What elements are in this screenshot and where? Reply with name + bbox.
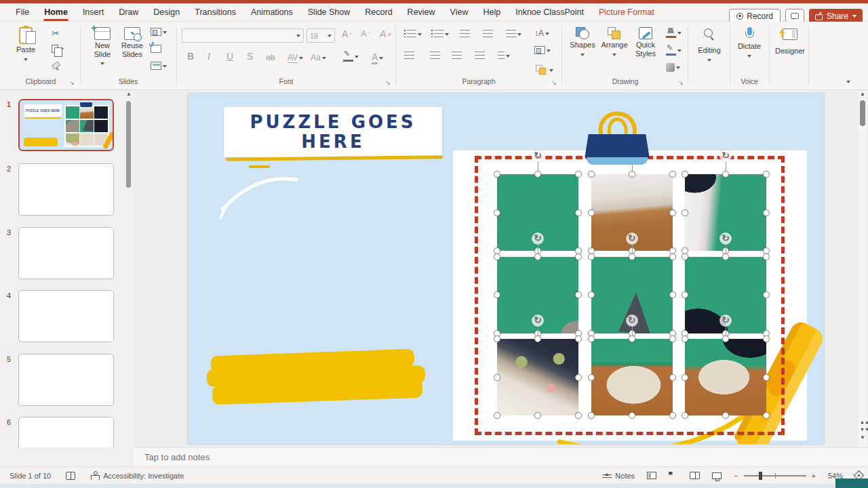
selection-handle[interactable] [682,171,688,178]
title-placeholder[interactable]: PUZZLE GOES HERE [224,107,442,157]
selection-handle[interactable] [669,253,676,260]
selection-handle[interactable] [575,412,582,419]
zoom-slider-handle[interactable] [759,472,762,480]
puzzle-tile-7[interactable]: ↻ [497,339,578,415]
selection-handle[interactable] [575,291,582,298]
selection-handle[interactable] [682,412,688,419]
selection-handle[interactable] [575,374,582,381]
selection-handle[interactable] [575,253,582,260]
selection-handle[interactable] [763,336,770,342]
scroll-up-icon[interactable]: ▲ [860,92,865,97]
slide-thumbnail-3[interactable] [18,227,114,279]
slide-canvas[interactable]: PUZZLE GOES HERE ↻↻↻↻↻↻↻↻↻ [188,94,824,444]
notes-pane[interactable]: Tap to add notes [134,447,868,466]
selection-handle[interactable] [494,171,500,178]
selection-handle[interactable] [763,291,770,298]
ribbon-tab-picture-format[interactable]: Picture Format [591,3,662,22]
selection-handle[interactable] [588,209,595,216]
record-button[interactable]: Record [729,9,781,23]
panel-scrollbar[interactable]: ▲ [125,92,132,446]
selection-handle[interactable] [669,374,676,381]
next-slide-button[interactable]: ▼▼ [860,428,868,431]
selection-handle[interactable] [763,374,770,381]
previous-slide-button[interactable]: ▲▲ [860,420,868,424]
selection-handle[interactable] [629,171,635,178]
slideshow-view-button[interactable] [712,472,722,479]
selection-handle[interactable] [494,209,500,216]
selection-handle[interactable] [534,412,541,419]
ribbon-tab-help[interactable]: Help [475,3,508,22]
selection-handle[interactable] [722,171,729,178]
ribbon-tab-home[interactable]: Home [37,3,75,22]
selection-handle[interactable] [588,336,595,342]
selection-handle[interactable] [669,412,676,419]
reading-view-button[interactable] [690,472,700,479]
accessibility-status[interactable]: Accessibility: Investigate [90,471,184,480]
selection-handle[interactable] [682,209,688,216]
selection-handle[interactable] [722,253,729,260]
selection-handle[interactable] [494,374,500,381]
selection-handle[interactable] [682,336,688,342]
comments-button[interactable] [785,9,804,23]
drawing-dialog-launcher[interactable]: ↘ [678,79,684,86]
slide-sorter-view-button[interactable] [669,472,677,479]
zoom-in-button[interactable]: + [812,472,816,480]
selection-handle[interactable] [763,209,770,216]
slide-thumbnail-5[interactable] [18,354,114,406]
rotate-handle-icon[interactable]: ↻ [626,314,638,327]
puzzle-tile-8[interactable]: ↻ [591,339,673,415]
ribbon-tab-slide-show[interactable]: Slide Show [300,3,358,22]
selection-handle[interactable] [575,209,582,216]
selection-handle[interactable] [588,171,595,178]
ribbon-tab-view[interactable]: View [443,3,476,22]
selection-handle[interactable] [494,253,500,260]
selection-handle[interactable] [669,209,676,216]
selection-handle[interactable] [629,412,635,419]
selection-handle[interactable] [575,171,582,178]
slide-thumbnail-6[interactable] [18,417,114,447]
notes-toggle-button[interactable]: Notes [602,472,635,480]
rotate-handle-icon[interactable]: ↻ [719,314,732,327]
rotate-handle-icon[interactable]: ↻ [719,232,732,245]
editing-button[interactable]: Editing [694,28,724,64]
selection-handle[interactable] [722,336,729,342]
normal-view-button[interactable] [647,472,656,479]
selection-handle[interactable] [763,171,770,178]
slide-thumbnail-4[interactable] [18,290,114,342]
zoom-out-button[interactable]: − [734,472,738,480]
vertical-scrollbar[interactable]: ▲ ▼ ▲▲ ▼▼ [859,91,867,447]
clipboard-dialog-launcher[interactable]: ↘ [69,79,75,86]
designer-button[interactable]: Designer [773,28,807,56]
selection-handle[interactable] [682,374,688,381]
selection-handle[interactable] [763,412,770,419]
ribbon-tab-review[interactable]: Review [400,3,443,22]
paragraph-dialog-launcher[interactable]: ↘ [551,79,557,86]
selection-handle[interactable] [588,291,595,298]
scroll-up-icon[interactable]: ▲ [126,92,132,97]
slide-thumbnail-2[interactable] [18,163,114,216]
rotate-handle-icon[interactable]: ↻ [532,232,544,245]
scroll-down-icon[interactable]: ▼ [860,435,865,441]
selection-handle[interactable] [629,253,635,260]
selection-handle[interactable] [682,253,688,260]
ribbon-tab-inknoe-classpoint[interactable]: Inknoe ClassPoint [508,3,591,22]
selection-handle[interactable] [494,412,500,419]
rotate-handle-icon[interactable]: ↻ [532,150,544,162]
selection-handle[interactable] [722,412,729,419]
selection-handle[interactable] [763,253,770,260]
puzzle-tile-9[interactable]: ↻ [685,339,766,415]
slide-thumbnail-1[interactable]: PUZZLE GOES HERE [18,99,114,151]
ribbon-tab-draw[interactable]: Draw [111,3,146,22]
rotate-handle-icon[interactable]: ↻ [532,314,544,327]
panel-scrollbar-thumb[interactable] [126,101,131,188]
selection-handle[interactable] [534,253,541,260]
selection-handle[interactable] [575,336,582,342]
zoom-slider-track[interactable] [744,475,806,476]
selection-handle[interactable] [534,171,541,178]
rotate-handle-icon[interactable]: ↻ [719,150,732,162]
selection-handle[interactable] [669,291,676,298]
collapse-ribbon-button[interactable] [846,76,850,88]
ribbon-tab-animations[interactable]: Animations [243,3,300,22]
ribbon-tab-file[interactable]: File [8,3,37,22]
spellcheck-icon[interactable] [66,472,75,480]
